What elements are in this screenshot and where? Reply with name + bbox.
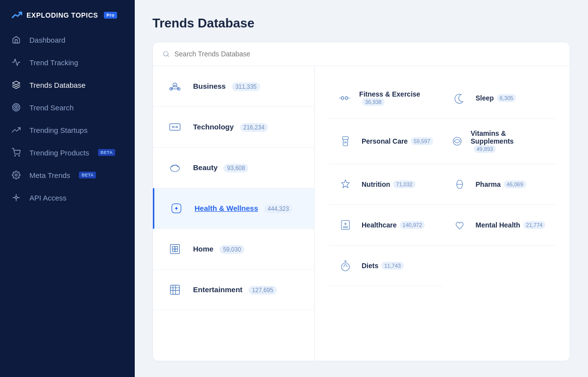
- category-item-beauty[interactable]: Beauty 93,608: [153, 148, 314, 188]
- svg-point-26: [171, 165, 180, 172]
- subcategory-diets[interactable]: Diets 11,743: [328, 246, 442, 286]
- categories-wrapper: Business 311,335: [153, 66, 570, 361]
- category-entertainment-name: Entertainment: [193, 285, 243, 294]
- beauty-icon: [165, 157, 185, 178]
- subcategory-sleep-count: 6,305: [497, 94, 516, 102]
- categories-left-panel: Business 311,335: [153, 66, 315, 361]
- gear-icon: [12, 171, 23, 179]
- svg-rect-41: [342, 97, 343, 100]
- business-icon: [165, 76, 185, 97]
- sidebar-item-trend-search-label: Trend Search: [29, 103, 74, 112]
- pro-badge: Pro: [104, 12, 117, 19]
- svg-point-55: [342, 263, 349, 271]
- svg-point-1: [13, 104, 20, 111]
- sidebar-item-trends-database-label: Trends Database: [29, 81, 86, 89]
- target-icon: [12, 103, 23, 112]
- subcategory-sleep-name: Sleep: [476, 94, 494, 102]
- subcategory-healthcare[interactable]: Healthcare 140,972: [328, 205, 442, 246]
- subcategory-diets-name: Diets: [362, 262, 378, 270]
- nutrition-icon: [336, 175, 355, 194]
- sidebar-item-trend-search[interactable]: Trend Search: [0, 96, 135, 119]
- trending-icon: [12, 126, 23, 134]
- category-home-name: Home: [193, 245, 214, 253]
- logo-text: EXPLODING TOPICS: [26, 11, 98, 19]
- vitamins-icon: [450, 132, 464, 151]
- svg-rect-32: [172, 249, 175, 251]
- subcategory-diets-count: 11,743: [381, 262, 404, 270]
- category-item-home[interactable]: Home 59,030: [153, 229, 314, 270]
- subcategory-nutrition-name: Nutrition: [362, 180, 390, 188]
- subcategory-personal-care-count: 59,597: [411, 137, 433, 145]
- subcategory-mental-health-count: 21,774: [523, 221, 546, 229]
- sidebar-item-api-access[interactable]: API Access: [0, 186, 135, 209]
- subcategory-vitamins[interactable]: Vitamins & Supplements 49,893: [442, 119, 557, 164]
- healthcare-icon: [336, 216, 355, 234]
- svg-point-6: [15, 174, 18, 176]
- fitness-icon: [336, 89, 352, 107]
- subcategory-fitness[interactable]: Fitness & Exercise 36,938: [328, 78, 442, 119]
- sidebar-item-trending-startups[interactable]: Trending Startups: [0, 119, 135, 141]
- main-content: Trends Database: [135, 0, 588, 377]
- svg-point-28: [176, 208, 177, 209]
- sidebar-item-trending-products-label: Trending Products: [29, 149, 89, 157]
- logo-icon: [12, 11, 23, 20]
- subcategory-nutrition-count: 71,032: [393, 180, 416, 188]
- sidebar-item-trending-startups-label: Trending Startups: [29, 126, 88, 134]
- sidebar-item-trend-tracking[interactable]: Trend Tracking: [0, 51, 135, 74]
- svg-point-3: [16, 107, 17, 108]
- category-item-health-wellness[interactable]: Health & Wellness 444,323: [153, 188, 314, 229]
- svg-rect-44: [343, 137, 348, 140]
- category-beauty-name: Beauty: [193, 163, 218, 172]
- svg-line-13: [168, 55, 169, 57]
- svg-point-5: [19, 155, 20, 156]
- mental-health-icon: [450, 216, 469, 234]
- subcategory-personal-care[interactable]: Personal Care 59,597: [328, 119, 442, 164]
- subcategory-pharma-count: 46,069: [504, 180, 526, 188]
- entertainment-icon: [165, 279, 185, 300]
- layers-icon: [12, 80, 23, 89]
- category-beauty-count: 93,608: [223, 164, 248, 173]
- search-bar: [153, 42, 570, 66]
- svg-rect-30: [172, 247, 175, 249]
- sidebar-item-dashboard[interactable]: Dashboard: [0, 28, 135, 51]
- sidebar-item-trend-tracking-label: Trend Tracking: [29, 58, 78, 67]
- category-item-technology[interactable]: Technology 216,234: [153, 107, 314, 148]
- subcategory-pharma[interactable]: Pharma 46,069: [442, 164, 557, 205]
- subcategory-pharma-name: Pharma: [476, 180, 501, 188]
- svg-rect-42: [345, 97, 347, 100]
- subcategory-mental-health-name: Mental Health: [476, 221, 520, 229]
- health-wellness-icon: [166, 198, 187, 219]
- sidebar-item-meta-trends[interactable]: Meta Trends BETA: [0, 164, 135, 186]
- page-title: Trends Database: [152, 16, 570, 31]
- sidebar-item-dashboard-label: Dashboard: [29, 36, 65, 44]
- subcategory-healthcare-count: 140,972: [400, 221, 425, 229]
- sidebar-item-api-access-label: API Access: [29, 194, 67, 202]
- category-business-name: Business: [193, 82, 226, 90]
- subcategory-healthcare-name: Healthcare: [362, 221, 397, 229]
- category-health-wellness-count: 444,323: [264, 204, 292, 213]
- category-business-count: 311,335: [232, 82, 260, 91]
- category-home-count: 59,030: [220, 245, 245, 254]
- sidebar-item-trending-products[interactable]: Trending Products BETA: [0, 141, 135, 164]
- home-cat-icon: [165, 239, 185, 259]
- subcategory-nutrition[interactable]: Nutrition 71,032: [328, 164, 442, 205]
- category-item-entertainment[interactable]: Entertainment 127,695: [153, 270, 314, 310]
- search-input[interactable]: [174, 50, 560, 58]
- cart-icon: [12, 148, 23, 157]
- subcategory-mental-health[interactable]: Mental Health 21,774: [442, 205, 557, 246]
- chart-icon: [12, 58, 23, 67]
- category-technology-count: 216,234: [240, 123, 268, 132]
- sidebar: EXPLODING TOPICS Pro Dashboard Trend Tra…: [0, 0, 135, 377]
- category-item-business[interactable]: Business 311,335: [153, 66, 314, 107]
- svg-rect-31: [175, 247, 177, 249]
- subcategory-sleep[interactable]: Sleep 6,305: [442, 78, 557, 119]
- subcategory-fitness-name: Fitness & Exercise: [359, 90, 420, 98]
- technology-icon: [165, 117, 185, 137]
- category-entertainment-count: 127,695: [248, 286, 276, 295]
- subcategory-vitamins-count: 49,893: [474, 145, 496, 153]
- svg-point-2: [14, 105, 19, 110]
- sidebar-item-meta-trends-label: Meta Trends: [29, 171, 70, 179]
- svg-rect-45: [343, 140, 347, 146]
- sidebar-item-trends-database[interactable]: Trends Database: [0, 74, 135, 96]
- home-icon: [12, 35, 23, 44]
